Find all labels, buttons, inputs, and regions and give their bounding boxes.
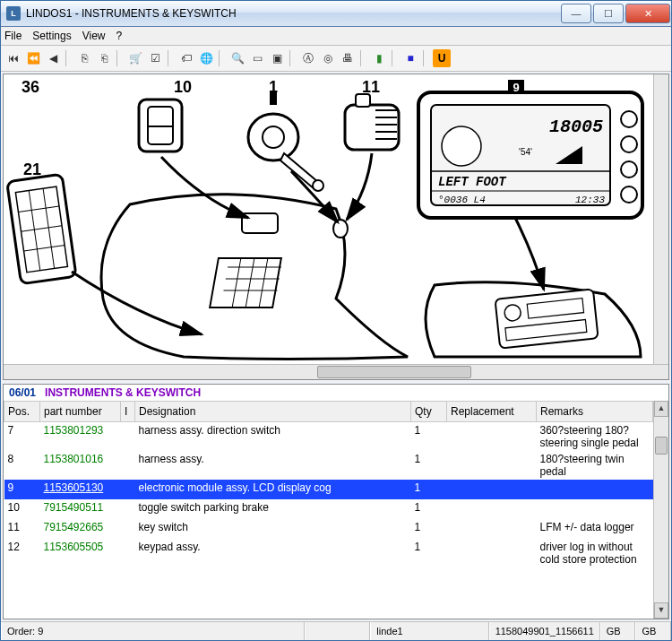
- menu-file[interactable]: File: [4, 30, 22, 42]
- table-row[interactable]: 117915492665key switch1LFM +/- data logg…: [4, 519, 653, 539]
- menu-help[interactable]: ?: [116, 30, 123, 42]
- diagram-canvas[interactable]: 18005 '54' 54° LEFT FOOT °0036 L4 12:33 …: [4, 74, 668, 379]
- cell-des: harness assy. direction switch: [135, 422, 411, 452]
- diagram-vscrollbar[interactable]: [653, 74, 668, 365]
- scroll-up-icon[interactable]: ▲: [654, 401, 668, 417]
- copy-left-icon[interactable]: ⎘: [75, 49, 93, 67]
- maximize-button[interactable]: ☐: [593, 4, 624, 23]
- scroll-down-icon[interactable]: ▼: [654, 602, 668, 619]
- scroll-thumb[interactable]: [655, 437, 668, 455]
- toolbar-sep: [219, 50, 225, 66]
- cell-qty: 1: [411, 422, 447, 452]
- cell-rep: [447, 451, 537, 480]
- toolbar-sep: [65, 50, 72, 66]
- cell-pos: 7: [4, 422, 40, 452]
- cell-pn: 1153605130: [40, 480, 121, 499]
- cell-i: [121, 422, 135, 452]
- col-pos[interactable]: Pos.: [4, 402, 40, 422]
- lcd-module-icon: 18005 '54' 54° LEFT FOOT °0036 L4 12:33 …: [418, 80, 642, 218]
- cell-rep: [447, 499, 537, 519]
- callout-1: 1: [269, 78, 278, 97]
- lcd-line1: 18005: [549, 117, 603, 137]
- book-icon[interactable]: ▮: [370, 49, 388, 67]
- table-row[interactable]: 107915490511toggle switch parking brake1: [4, 499, 653, 519]
- toolbar-sep: [116, 50, 123, 66]
- table-row[interactable]: 121153605505keypad assy.1driver log in w…: [4, 539, 653, 567]
- console-body-icon: [101, 195, 408, 359]
- copy-right-icon[interactable]: ⎗: [95, 49, 113, 67]
- section-number: 06/01: [9, 386, 36, 399]
- knob-icon: [345, 94, 399, 150]
- section-name: INSTRUMENTS & KEYSWITCH: [45, 386, 201, 399]
- col-i[interactable]: I: [121, 402, 135, 422]
- menu-settings[interactable]: Settings: [32, 30, 71, 42]
- col-remarks[interactable]: Remarks: [537, 402, 653, 422]
- status-lang1: GB: [600, 622, 636, 640]
- a-icon[interactable]: Ⓐ: [299, 49, 317, 67]
- cell-pos: 11: [4, 519, 40, 539]
- globe-icon[interactable]: 🌐: [197, 49, 215, 67]
- cell-rem: driver log in without cold store protect…: [537, 539, 653, 567]
- cell-des: harness assy.: [135, 451, 411, 480]
- cell-rep: [447, 519, 537, 539]
- section-header: 06/01 INSTRUMENTS & KEYSWITCH: [4, 385, 668, 401]
- titlebar: L LINDOS1 - INSTRUMENTS & KEYSWITCH — ☐ …: [1, 1, 671, 27]
- cell-pn: 1153605505: [40, 539, 121, 567]
- svg-point-27: [621, 161, 637, 178]
- cart-icon[interactable]: 🛒: [126, 49, 144, 67]
- cell-i: [121, 519, 135, 539]
- callout-11: 11: [362, 78, 380, 97]
- col-designation[interactable]: Designation: [135, 402, 411, 422]
- print-icon[interactable]: 🖶: [339, 49, 357, 67]
- table-row[interactable]: 71153801293harness assy. direction switc…: [4, 422, 653, 452]
- toolbar-sep: [360, 50, 366, 66]
- lcd-ang1: '54': [519, 147, 532, 157]
- diagram-hscrollbar[interactable]: [4, 364, 668, 379]
- statusbar: Order: 9 linde1 1158049901_1156611 GB GB: [1, 621, 671, 640]
- menu-view[interactable]: View: [82, 30, 106, 42]
- tag-icon[interactable]: 🏷: [177, 49, 195, 67]
- lcd-line3a: °0036 L4: [438, 195, 486, 205]
- toolbar-sep: [289, 50, 296, 66]
- cell-rem: 360?steering 180?steering single pedal: [537, 422, 653, 452]
- toolbar-sep: [392, 50, 398, 66]
- cell-qty: 1: [411, 519, 447, 539]
- cell-pn: 1153801293: [40, 422, 121, 452]
- page-icon[interactable]: ▭: [248, 49, 266, 67]
- table-row[interactable]: 81153801016harness assy.1180?steering tw…: [4, 451, 653, 480]
- rocker-switch-icon: [139, 100, 182, 152]
- svg-point-17: [333, 220, 348, 238]
- grid-vscrollbar[interactable]: ▲ ▼: [653, 401, 668, 619]
- cell-pos: 8: [4, 451, 40, 480]
- col-part-number[interactable]: part number: [40, 402, 121, 422]
- minimize-button[interactable]: —: [561, 4, 591, 23]
- search-icon[interactable]: ◎: [319, 49, 337, 67]
- rewind-icon[interactable]: ⏪: [24, 49, 42, 67]
- parts-panel: 06/01 INSTRUMENTS & KEYSWITCH Pos. part …: [3, 384, 669, 619]
- blue-box-icon[interactable]: ■: [401, 49, 419, 67]
- window-title: LINDOS1 - INSTRUMENTS & KEYSWITCH: [26, 7, 559, 20]
- cell-pos: 12: [4, 539, 40, 567]
- table-row[interactable]: 91153605130electronic module assy. LCD d…: [4, 480, 653, 499]
- prev-icon[interactable]: ◀: [44, 49, 62, 67]
- menubar: File Settings View ?: [1, 27, 671, 46]
- fit-icon[interactable]: ▣: [268, 49, 286, 67]
- toolbar-sep: [168, 50, 174, 66]
- key-switch-icon: [248, 91, 323, 191]
- check-icon[interactable]: ☑: [146, 49, 164, 67]
- u-icon[interactable]: U: [433, 49, 451, 67]
- cell-rep: [447, 422, 537, 452]
- table-header: Pos. part number I Designation Qty Repla…: [4, 402, 653, 422]
- cell-des: keypad assy.: [135, 539, 411, 567]
- cell-rep: [447, 539, 537, 567]
- cell-pn: 7915492665: [40, 519, 121, 539]
- first-icon[interactable]: ⏮: [4, 49, 22, 67]
- cell-rem: [537, 499, 653, 519]
- col-qty[interactable]: Qty: [411, 402, 447, 422]
- lcd-line2: LEFT FOOT: [438, 175, 507, 189]
- svg-rect-18: [210, 258, 281, 308]
- svg-point-25: [621, 111, 637, 127]
- zoom-in-icon[interactable]: 🔍: [228, 49, 246, 67]
- close-button[interactable]: ✕: [625, 4, 670, 23]
- col-replacement[interactable]: Replacement: [447, 402, 537, 422]
